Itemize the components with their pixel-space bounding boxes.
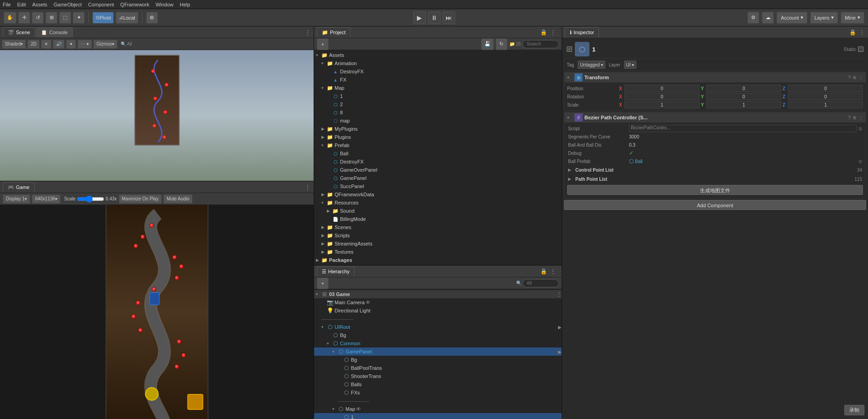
hierarchy-shootertrans[interactable]: ⬡ ShooterTrans (314, 372, 562, 380)
rot-y-input[interactable] (706, 93, 782, 100)
extra-tool-btn[interactable]: ⊞ (146, 12, 158, 24)
bezier-settings-icon[interactable]: ⚙ (853, 115, 857, 120)
tree-resources[interactable]: ▾ 📁 Resources (314, 199, 562, 207)
hierarchy-fxs[interactable]: ⬡ FXs (314, 388, 562, 397)
menu-window[interactable]: Window (156, 2, 173, 7)
ballprefab-link-icon[interactable]: ⊙ (858, 159, 862, 164)
tree-fx-anim[interactable]: ▲ FX (314, 76, 562, 84)
inspector-lock-icon[interactable]: 🔒 (849, 29, 856, 36)
rotate-tool-btn[interactable]: ↺ (32, 12, 44, 24)
hierarchy-gamepanel[interactable]: ▾ ⬡ GamePanel ▶ (314, 347, 562, 356)
bezier-header[interactable]: ▾ # Bezier Path Controller (S... ? ⚙ ⋮ (564, 112, 866, 123)
scene-content[interactable] (0, 50, 314, 181)
layer-dropdown[interactable]: UI ▾ (624, 61, 636, 69)
scene-more-btn[interactable]: ⋯ ▾ (77, 40, 92, 49)
hierarchy-dirlight[interactable]: 💡 Directional Light (314, 307, 562, 315)
step-button[interactable]: ⏭ (442, 11, 455, 24)
cloud-btn[interactable]: ☁ (762, 12, 774, 24)
tab-console[interactable]: 📋 Console (36, 27, 72, 37)
lighting-btn[interactable]: ☀ (41, 40, 51, 49)
tree-map8[interactable]: ⬡ 8 (314, 108, 562, 117)
local-btn[interactable]: ⊿ Local (116, 12, 138, 24)
display-dropdown[interactable]: Display 1 ▾ (3, 194, 30, 204)
tree-myplugins[interactable]: ▶ 📁 MyPlugins (314, 125, 562, 133)
add-asset-btn[interactable]: + (317, 38, 329, 50)
tag-dropdown[interactable]: Untagged ▾ (578, 61, 605, 69)
sc-y-input[interactable] (706, 101, 782, 108)
sc-z-input[interactable] (788, 101, 863, 108)
tree-scenes[interactable]: ▶ 📁 Scenes (314, 223, 562, 231)
hand-tool-btn[interactable]: ✋ (4, 12, 16, 24)
game-tab-more[interactable]: ⋮ (305, 184, 311, 191)
resolution-dropdown[interactable]: 640x1136 ▾ (32, 194, 61, 204)
save-btn[interactable]: 💾 (481, 38, 494, 50)
hierarchy-ballpooltrans[interactable]: ⬡ BallPoolTrans (314, 364, 562, 372)
scene-tab-more[interactable]: ⋮ (305, 29, 311, 36)
rot-x-input[interactable] (624, 93, 700, 100)
pos-x-input[interactable] (624, 85, 700, 92)
pos-y-input[interactable] (706, 85, 782, 92)
move-tool-btn[interactable]: ✛ (18, 12, 30, 24)
control-list-row[interactable]: ▶ Control Point List 34 (567, 165, 863, 174)
tree-succpanel[interactable]: ⬡ SuccPanel (314, 182, 562, 190)
tree-destroyfx[interactable]: ⬡ DestroyFX (314, 158, 562, 166)
tree-streaming[interactable]: ▶ 📁 StreamingAssets (314, 240, 562, 248)
static-checkbox[interactable] (858, 46, 863, 52)
tree-ball[interactable]: ⬡ Ball (314, 149, 562, 158)
tree-gameoverpanel[interactable]: ⬡ GameOverPanel (314, 166, 562, 174)
tree-scripts[interactable]: ▶ 📁 Scripts (314, 231, 562, 240)
menu-file[interactable]: File (3, 2, 11, 7)
tree-destroyfx-anim[interactable]: ▲ DestroyFX (314, 67, 562, 76)
inspector-more-icon[interactable]: ⋮ (859, 29, 865, 36)
scale-tool-btn[interactable]: ⊞ (46, 12, 57, 24)
pivot-btn[interactable]: ⊙ Pivot (92, 12, 114, 24)
menu-qframework[interactable]: QFramework (120, 2, 149, 7)
layers-dropdown[interactable]: Layers ▾ (810, 12, 838, 24)
tree-qfw[interactable]: ▶ 📁 QFrameworkData (314, 190, 562, 199)
gizmos-btn[interactable]: Gizmos ▾ (93, 40, 117, 49)
rot-z-input[interactable] (788, 93, 863, 100)
refresh-btn[interactable]: ↻ (496, 38, 508, 50)
menu-help[interactable]: Help (180, 2, 190, 7)
tab-scene[interactable]: 🎬 Scene (3, 27, 35, 37)
pos-z-input[interactable] (788, 85, 863, 92)
mute-btn[interactable]: Mute Audio (163, 194, 193, 204)
tree-packages[interactable]: ▶ 📁 Packages (314, 256, 562, 264)
map-eye-icon[interactable]: 👁 (356, 406, 361, 412)
tab-inspector[interactable]: ℹ Inspector (565, 27, 599, 37)
maximize-btn[interactable]: Maximize On Play (119, 194, 162, 204)
tree-map2[interactable]: ⬡ 2 (314, 100, 562, 108)
tab-project[interactable]: 📁 Project (317, 27, 350, 37)
collab-btn[interactable]: ⚙ (747, 12, 759, 24)
transform-header[interactable]: ▾ ⊞ Transform ? ⚙ ⋮ (564, 72, 866, 82)
tab-hierarchy[interactable]: ☰ Hierarchy (317, 266, 355, 276)
scene-options-icon[interactable]: ⋮ (556, 291, 562, 297)
menu-edit[interactable]: Edit (17, 2, 26, 7)
add-gameobj-btn[interactable]: + (317, 277, 329, 289)
cam-eye-icon[interactable]: 👁 (365, 300, 371, 305)
hierarchy-balls[interactable]: ⬡ Balls (314, 380, 562, 388)
account-dropdown[interactable]: Account ▾ (777, 12, 807, 24)
tree-map[interactable]: ▾ 📁 Map (314, 84, 562, 92)
path-list-row[interactable]: ▶ Path Point List 115 (567, 174, 863, 184)
tree-assets[interactable]: ▾ 📁 Assets (314, 51, 562, 59)
tree-gamepanel-proj[interactable]: ⬡ GamePanel (314, 174, 562, 182)
hierarchy-scene-root[interactable]: ▾ ⊞ 03 Game ⋮ (314, 290, 562, 298)
project-search-input[interactable] (523, 40, 559, 48)
transform-tool-btn[interactable]: ✦ (73, 12, 85, 24)
add-component-btn[interactable]: Add Component (564, 200, 866, 210)
effects-btn[interactable]: ✦ (66, 40, 76, 49)
hierarchy-bg1[interactable]: ⬡ Bg (314, 331, 562, 339)
hierarchy-map[interactable]: ▾ ⬡ Map 👁 (314, 405, 562, 413)
hierarchy-maincam[interactable]: 📷 Main Camera 👁 (314, 298, 562, 307)
menu-component[interactable]: Component (88, 2, 114, 7)
tree-animation[interactable]: ▾ 📁 Animation (314, 59, 562, 67)
hierarchy-bg2[interactable]: ⬡ Bg (314, 356, 562, 364)
obj-active-checkbox[interactable] (567, 46, 572, 52)
tree-prefab[interactable]: ▾ 📁 Prefab (314, 141, 562, 149)
tree-mapfile[interactable]: ⬡ map (314, 117, 562, 125)
tree-map1[interactable]: ⬡ 1 (314, 92, 562, 100)
shading-dropdown[interactable]: Shaded ▾ (2, 40, 26, 49)
bezier-more-icon[interactable]: ⋮ (858, 115, 863, 120)
rect-tool-btn[interactable]: ⬚ (59, 12, 71, 24)
